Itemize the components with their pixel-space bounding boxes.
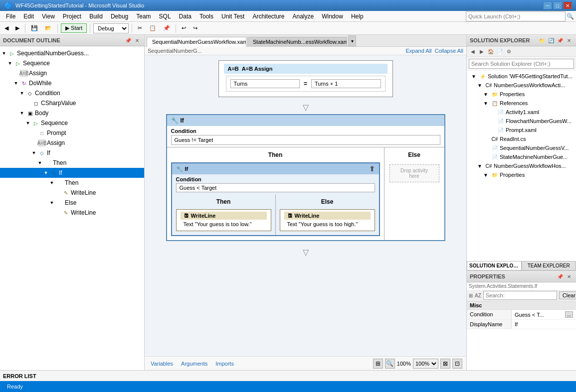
imports-button[interactable]: Imports <box>213 360 236 368</box>
variables-button[interactable]: Variables <box>149 360 175 368</box>
toolbar-paste-button[interactable]: 📌 <box>161 23 173 33</box>
doc-tree-item-9[interactable]: A=B Assign <box>0 138 144 148</box>
toolbar-save-button[interactable]: 💾 <box>28 23 40 33</box>
drop-activity-area[interactable]: Drop activity here <box>389 164 439 182</box>
menu-unittest[interactable]: Unit Test <box>217 12 248 21</box>
minimize-button[interactable]: ─ <box>543 1 552 9</box>
doc-outline-close-button[interactable]: ✕ <box>133 36 141 44</box>
sol-refresh-button[interactable]: 🔄 <box>547 36 555 44</box>
start-button[interactable]: ▶ Start <box>61 23 87 33</box>
doc-tree-item-16[interactable]: ✎ WriteLine <box>0 208 144 218</box>
sol-tree-item-4[interactable]: 📄 Activity1.xaml <box>468 108 575 117</box>
toolbar-copy-button[interactable]: 📋 <box>147 23 159 33</box>
menu-view[interactable]: View <box>38 12 59 21</box>
doc-tree-item-2[interactable]: A=B Assign <box>0 68 144 78</box>
sol-tree-item-5[interactable]: 📄 FlowchartNumberGuesW... <box>468 117 575 126</box>
sol-tree-item-10[interactable]: ▼ C# NumberGuessWorkflowHos... <box>468 161 575 170</box>
sol-close-button[interactable]: ✕ <box>565 36 573 44</box>
sol-search-input[interactable] <box>469 59 574 69</box>
inner-if-condition-input[interactable] <box>176 183 375 192</box>
inner-if-collapse-icon[interactable]: ⬆ <box>369 165 375 173</box>
tab-overflow-button[interactable]: ▾ <box>348 35 356 46</box>
props-close-button[interactable]: ✕ <box>565 272 573 280</box>
sol-tree-item-0[interactable]: ▼ ⚡ Solution 'WF45GettingStartedTut... <box>468 72 575 81</box>
toolbar-forward-button[interactable]: ▶ <box>13 23 22 33</box>
sol-tree-item-3[interactable]: ▼ 📋 References <box>468 99 575 108</box>
props-clear-button[interactable]: Clear <box>559 291 576 299</box>
doc-tree-item-10[interactable]: ▼ ◇ If <box>0 148 144 158</box>
zoom-fit-page-button[interactable]: ⊠ <box>440 359 450 369</box>
props-condition-browse-button[interactable]: ... <box>565 311 573 318</box>
outer-if-condition-input[interactable] <box>171 135 440 145</box>
expand-all-button[interactable]: Expand All <box>406 48 432 54</box>
zoom-select[interactable]: 100% 75% 150% <box>413 359 438 369</box>
sol-tree-item-1[interactable]: ▼ C# NumberGuessWorkflowActi... <box>468 81 575 90</box>
doc-tree-item-13[interactable]: ▼ Then <box>0 178 144 188</box>
workflow-designer[interactable]: A=B A=B Assign Turns = Turns + 1 ▽ <box>145 55 466 356</box>
debug-config-select[interactable]: Debug Release <box>93 23 129 33</box>
menu-tools[interactable]: Tools <box>195 12 217 21</box>
menu-file[interactable]: File <box>2 12 19 21</box>
zoom-search-button[interactable]: 🔍 <box>385 359 395 369</box>
menu-debug[interactable]: Debug <box>107 12 132 21</box>
zoom-fit-button[interactable]: ⊞ <box>373 359 383 369</box>
sol-tab-solution-explorer[interactable]: SOLUTION EXPLORER... <box>467 261 522 270</box>
doc-tree-item-3[interactable]: ▼ ↻ DoWhile <box>0 78 144 88</box>
toolbar-undo-button[interactable]: ↩ <box>179 23 189 33</box>
menu-data[interactable]: Data <box>175 12 195 21</box>
toolbar-open-button[interactable]: 📂 <box>42 23 54 33</box>
sol-forward-button[interactable]: ▶ <box>478 47 486 55</box>
close-button[interactable]: ✕ <box>563 1 572 9</box>
outer-if-icon: 🔧 <box>171 117 179 124</box>
toolbar-cut-button[interactable]: ✂ <box>135 23 145 33</box>
sol-tab-team-explorer[interactable]: TEAM EXPLORER <box>522 261 576 270</box>
sol-tree-item-9[interactable]: 📄 StateMachineNumberGue... <box>468 152 575 161</box>
props-alphabetical-button[interactable]: AZ <box>475 291 481 299</box>
menu-edit[interactable]: Edit <box>19 12 38 21</box>
quick-launch-input[interactable] <box>466 11 566 21</box>
props-pin-button[interactable]: 📌 <box>556 272 564 280</box>
doc-tree-item-11[interactable]: ▼ Then <box>0 158 144 168</box>
menu-window[interactable]: Window <box>318 12 347 21</box>
sol-new-folder-button[interactable]: 📁 <box>538 36 546 44</box>
doc-tree-item-0[interactable]: ▼ ▷ SequentialNumberGuess... <box>0 48 144 58</box>
menu-sql[interactable]: SQL <box>155 12 175 21</box>
inner-if-branches: Then 🖺 WriteLine Text <box>172 194 379 235</box>
menu-build[interactable]: Build <box>85 12 107 21</box>
doc-tree-item-5[interactable]: ◻ CSharpValue <box>0 98 144 108</box>
doc-tree-item-1[interactable]: ▼ ▷ Sequence <box>0 58 144 68</box>
sol-tree-item-7[interactable]: C# ReadInt.cs <box>468 134 575 143</box>
sol-tree-item-2[interactable]: ▼ 📁 Properties <box>468 90 575 99</box>
props-categorized-button[interactable]: ⊞ <box>469 291 473 299</box>
collapse-all-button[interactable]: Collapse All <box>435 48 463 54</box>
toolbar-redo-button[interactable]: ↪ <box>191 23 200 33</box>
doc-tree-item-6[interactable]: ▼ ▣ Body <box>0 108 144 118</box>
doc-tree-item-12[interactable]: ▼ ◇ If <box>0 168 144 178</box>
toolbar-back-button[interactable]: ◀ <box>2 23 11 33</box>
menu-architecture[interactable]: Architecture <box>248 12 288 21</box>
tab-sequential[interactable]: SequentialNumberGuessWorkflow.xaml ✕ <box>147 37 246 47</box>
sol-show-all-files-button[interactable]: 📄 <box>496 47 504 55</box>
sol-tree-item-6[interactable]: 📄 Prompt.xaml <box>468 126 575 134</box>
maximize-button[interactable]: □ <box>553 1 562 9</box>
tab-statemachine[interactable]: StateMachineNumb...essWorkflow.xaml ✕ <box>247 37 347 46</box>
sol-back-button[interactable]: ◀ <box>469 47 477 55</box>
sol-tree-item-11[interactable]: ▼ 📁 Properties <box>468 170 575 179</box>
doc-tree-item-8[interactable]: □ Prompt <box>0 128 144 138</box>
menu-analyze[interactable]: Analyze <box>288 12 318 21</box>
menu-help[interactable]: Help <box>347 12 368 21</box>
doc-tree-item-14[interactable]: ✎ WriteLine <box>0 188 144 198</box>
doc-tree-item-7[interactable]: ▼ ▷ Sequence <box>0 118 144 128</box>
doc-tree-item-4[interactable]: ▼ ◇ Condition <box>0 88 144 98</box>
props-search-input[interactable] <box>483 291 557 300</box>
sol-tree-item-8[interactable]: 📄 SequentialNumberGuessV... <box>468 143 575 152</box>
doc-tree-item-15[interactable]: ▼ Else <box>0 198 144 208</box>
sol-home-button[interactable]: 🏠 <box>487 47 495 55</box>
arguments-button[interactable]: Arguments <box>179 360 209 368</box>
menu-project[interactable]: Project <box>59 12 85 21</box>
menu-team[interactable]: Team <box>132 12 155 21</box>
sol-pin-button[interactable]: 📌 <box>556 36 564 44</box>
sol-properties-button[interactable]: ⚙ <box>505 47 513 55</box>
doc-outline-pin-button[interactable]: 📌 <box>124 36 132 44</box>
zoom-overview-button[interactable]: ⊡ <box>452 359 462 369</box>
